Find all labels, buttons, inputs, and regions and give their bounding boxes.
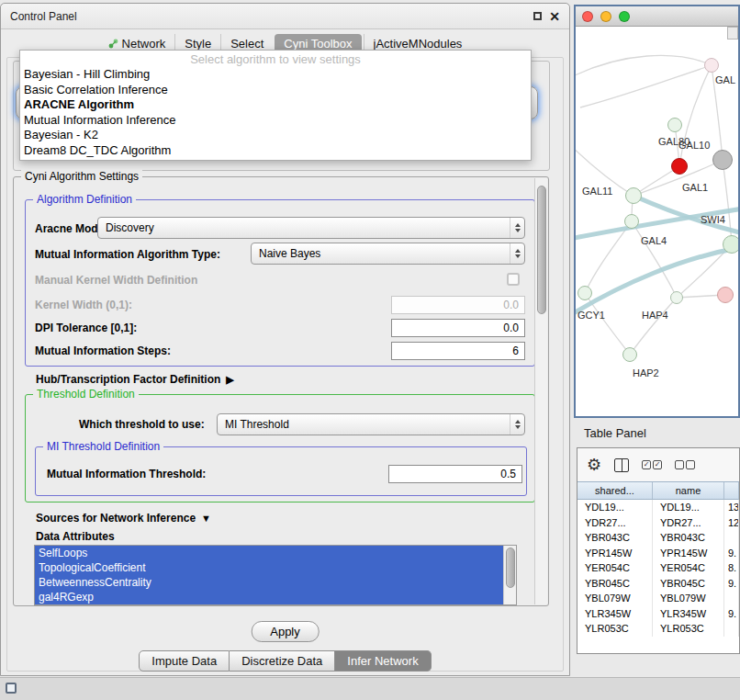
- stepper-arrows-icon: [510, 243, 524, 264]
- table-header-row: shared...name: [577, 481, 739, 500]
- zoom-traffic-light[interactable]: [619, 11, 630, 22]
- algorithm-option[interactable]: Bayesian - Hill Climbing: [20, 67, 531, 83]
- cyni-algorithm-settings-group: Cyni Algorithm Settings Algorithm Defini…: [13, 176, 549, 606]
- kernel-width-field[interactable]: [391, 296, 525, 314]
- aracne-mode-value: Discovery: [106, 221, 510, 234]
- bottom-tab-infer-network[interactable]: Infer Network: [335, 650, 431, 672]
- column-header[interactable]: name: [653, 482, 724, 499]
- dpi-tolerance-label: DPI Tolerance [0,1]:: [35, 322, 137, 334]
- which-threshold-combobox[interactable]: MI Threshold: [217, 413, 525, 435]
- attribute-item[interactable]: gal4RGexp: [35, 590, 503, 604]
- close-traffic-light[interactable]: [582, 11, 593, 22]
- network-node[interactable]: [717, 287, 734, 303]
- table-cell: YBR043C: [577, 530, 653, 546]
- table-cell: YBR045C: [577, 576, 653, 592]
- bottom-tab-discretize-data[interactable]: Discretize Data: [230, 650, 335, 672]
- algorithm-option[interactable]: Dream8 DC_TDC Algorithm: [20, 143, 531, 159]
- list-scrollbar[interactable]: [503, 546, 516, 604]
- network-node[interactable]: [704, 58, 719, 73]
- table-cell: YBL079W: [577, 591, 653, 606]
- table-cell: 12: [724, 515, 739, 531]
- node-label: GAL: [715, 74, 735, 85]
- network-node[interactable]: [723, 235, 738, 254]
- column-header[interactable]: [724, 482, 739, 499]
- gear-icon[interactable]: ⚙: [587, 457, 601, 473]
- close-icon[interactable]: ✕: [549, 12, 560, 21]
- select-all-columns-icon[interactable]: ✓✓: [642, 460, 662, 469]
- mi-threshold-group: MI Threshold Definition Mutual Informati…: [35, 446, 527, 496]
- table-row[interactable]: YBR043CYBR043C: [577, 530, 739, 546]
- network-window-titlebar[interactable]: [576, 6, 738, 27]
- minimize-traffic-light[interactable]: [600, 11, 611, 22]
- collapsed-arrow-icon: ▶: [226, 374, 233, 385]
- sources-expander[interactable]: Sources for Network Inference▼: [36, 512, 211, 525]
- table-cell: YDL19...: [653, 500, 724, 515]
- table-row[interactable]: YBR045CYBR045C9.: [577, 576, 739, 592]
- table-toolbar: ⚙ ✓✓: [577, 448, 739, 481]
- canvas-scrollbar[interactable]: [727, 27, 738, 40]
- network-node[interactable]: [625, 187, 642, 204]
- network-node[interactable]: [671, 158, 688, 175]
- tab-label: Cyni Toolbox: [284, 37, 352, 51]
- mi-steps-label: Mutual Information Steps:: [35, 344, 171, 357]
- aracne-mode-combobox[interactable]: Discovery: [97, 217, 525, 239]
- table-row[interactable]: YPR145WYPR145W9.: [577, 546, 739, 561]
- table-row[interactable]: YER054CYER054C8.: [577, 560, 739, 576]
- table-cell: YLR053C: [653, 621, 724, 637]
- node-label: HAP4: [642, 310, 668, 321]
- algorithm-option[interactable]: Mutual Information Inference: [20, 113, 531, 129]
- panel-corner-icon[interactable]: [6, 683, 17, 694]
- desktop: Control Panel ✕ NetworkStyleSelectCyni T…: [0, 0, 740, 700]
- attribute-item[interactable]: BetweennessCentrality: [35, 575, 503, 590]
- tab-label: jActiveMNodules: [374, 37, 463, 51]
- control-panel-titlebar[interactable]: Control Panel ✕: [1, 4, 569, 29]
- network-node[interactable]: [712, 150, 733, 170]
- column-header[interactable]: shared...: [577, 482, 653, 499]
- network-node[interactable]: [667, 118, 682, 132]
- table-row[interactable]: YDR27...YDR27...12: [577, 515, 739, 531]
- attribute-item[interactable]: TopologicalCoefficient: [35, 560, 503, 575]
- table-row[interactable]: YBL079WYBL079W: [577, 591, 739, 606]
- which-threshold-label: Which threshold to use:: [79, 418, 205, 431]
- table-cell: YLR345W: [653, 606, 724, 622]
- columns-icon[interactable]: [614, 458, 629, 472]
- float-window-icon[interactable]: [533, 12, 542, 20]
- table-body: YDL19...YDL19...13YDR27...YDR27...12YBR0…: [577, 500, 739, 653]
- settings-scrollbar[interactable]: [534, 178, 547, 604]
- table-cell: 9.: [724, 546, 739, 561]
- table-row[interactable]: YDL19...YDL19...13: [577, 500, 739, 515]
- mi-threshold-field[interactable]: [388, 465, 522, 483]
- hub-factor-expander[interactable]: Hub/Transcription Factor Definition▶: [36, 373, 234, 386]
- deselect-all-columns-icon[interactable]: [675, 460, 695, 469]
- table-cell: 8.: [724, 560, 739, 576]
- hub-factor-label: Hub/Transcription Factor Definition: [36, 373, 220, 386]
- table-cell: [724, 621, 739, 637]
- algorithm-option[interactable]: Basic Correlation Inference: [20, 83, 531, 98]
- sources-label: Sources for Network Inference: [36, 512, 196, 525]
- manual-kernel-checkbox[interactable]: [507, 273, 520, 286]
- mi-steps-field[interactable]: [391, 342, 525, 360]
- attribute-item[interactable]: SelfLoops: [35, 546, 503, 560]
- network-node[interactable]: [577, 286, 592, 300]
- network-node[interactable]: [624, 214, 639, 229]
- which-threshold-value: MI Threshold: [225, 418, 510, 431]
- table-cell: YDL19...: [577, 500, 653, 515]
- table-cell: YPR145W: [653, 546, 724, 561]
- apply-button[interactable]: Apply: [251, 621, 320, 642]
- bottom-tabs: Impute DataDiscretize DataInfer Network: [1, 650, 569, 672]
- network-canvas[interactable]: GALGAL80GAL10GAL11GAL1SWI4GAL4GCY1HAP4HA…: [576, 27, 738, 416]
- mi-type-combobox[interactable]: Naive Bayes: [251, 243, 525, 265]
- bottom-tab-impute-data[interactable]: Impute Data: [139, 650, 230, 672]
- table-row[interactable]: YLR345WYLR345W9.: [577, 606, 739, 622]
- algorithm-option[interactable]: Bayesian - K2: [20, 128, 531, 143]
- table-row[interactable]: YLR053CYLR053C: [577, 621, 739, 637]
- table-cell: YBR045C: [653, 576, 724, 592]
- list-scrollbar-thumb[interactable]: [506, 548, 515, 588]
- threshold-definition-title: Threshold Definition: [33, 388, 139, 401]
- settings-scrollbar-thumb[interactable]: [537, 186, 546, 314]
- dpi-tolerance-field[interactable]: [391, 319, 525, 337]
- algorithm-option[interactable]: ARACNE Algorithm: [20, 97, 531, 113]
- table-cell: YPR145W: [577, 546, 653, 561]
- network-node[interactable]: [622, 347, 637, 362]
- network-node[interactable]: [670, 291, 683, 304]
